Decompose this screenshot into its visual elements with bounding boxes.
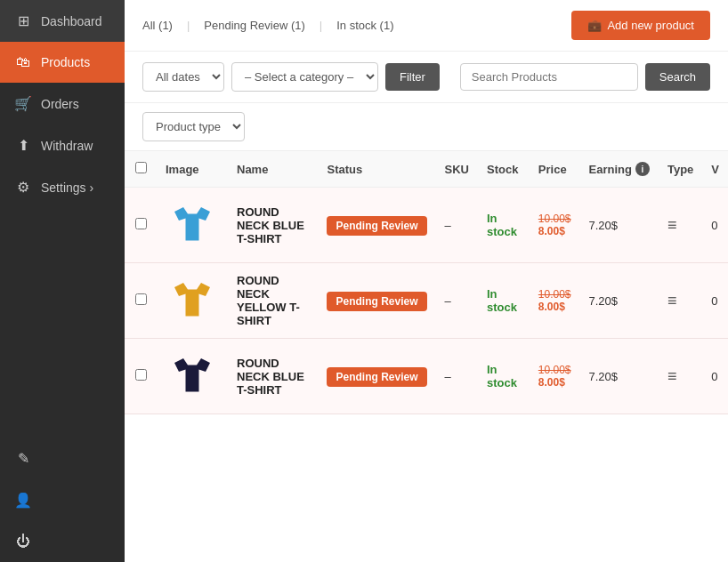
stock-value-2: In stock <box>487 363 517 389</box>
row-name-cell: ROUND NECK YELLOW T-SHIRT <box>228 263 318 339</box>
sidebar-item-products[interactable]: 🛍 Products <box>0 42 125 83</box>
table-row: ROUND NECK BLUE T-SHIRT Pending Review –… <box>125 339 728 414</box>
table-row: ROUND NECK BLUE T-SHIRT Pending Review –… <box>125 188 728 263</box>
row-sku-cell: – <box>436 263 478 339</box>
row-type-cell: ≡ <box>659 188 702 263</box>
row-checkbox-0[interactable] <box>135 218 147 229</box>
sidebar-item-orders[interactable]: 🛒 Orders <box>0 83 125 124</box>
type-icon-2[interactable]: ≡ <box>667 367 677 385</box>
row-sku-cell: – <box>436 188 478 263</box>
th-price: Price <box>530 151 580 188</box>
row-v-cell: 0 <box>702 263 728 339</box>
row-checkbox-1[interactable] <box>135 293 147 305</box>
page-header: All (1) | Pending Review (1) | In stock … <box>125 0 728 52</box>
date-filter[interactable]: All dates <box>142 62 224 92</box>
products-icon: 🛍 <box>14 54 32 70</box>
v-value-1: 0 <box>711 294 717 308</box>
orders-icon: 🛒 <box>14 95 32 112</box>
svg-marker-2 <box>174 358 210 392</box>
sidebar-item-user[interactable]: 👤 <box>0 479 125 521</box>
product-name-2: ROUND NECK BLUE T-SHIRT <box>237 357 304 397</box>
row-price-cell: 10.00$ 8.00$ <box>530 339 580 414</box>
sidebar-item-withdraw[interactable]: ⬆ Withdraw <box>0 124 125 166</box>
product-image-1 <box>166 274 219 327</box>
status-badge-2: Pending Review <box>327 367 426 387</box>
earning-value-2: 7.20$ <box>589 370 619 383</box>
th-status: Status <box>318 151 435 188</box>
row-image-cell <box>157 339 228 414</box>
product-image-2 <box>166 349 219 403</box>
row-v-cell: 0 <box>702 339 728 414</box>
row-stock-cell: In stock <box>478 339 530 414</box>
price-sale-2: 8.00$ <box>538 376 571 389</box>
row-image-cell <box>157 188 228 263</box>
price-container-1: 10.00$ 8.00$ <box>538 288 571 313</box>
sku-value-0: – <box>445 219 451 232</box>
svg-marker-1 <box>174 283 210 317</box>
sidebar-item-label: Products <box>41 55 90 69</box>
sku-value-2: – <box>445 370 451 383</box>
row-earning-cell: 7.20$ <box>580 339 659 414</box>
stock-value-1: In stock <box>487 287 517 314</box>
category-filter[interactable]: – Select a category – <box>231 62 378 92</box>
type-icon-0[interactable]: ≡ <box>667 216 677 234</box>
user-icon: 👤 <box>14 492 32 509</box>
search-button[interactable]: Search <box>645 63 710 91</box>
row-stock-cell: In stock <box>478 263 530 339</box>
main-content: All (1) | Pending Review (1) | In stock … <box>125 0 728 562</box>
products-table-wrapper: Image Name Status SKU Stock Price Earnin… <box>125 151 728 562</box>
withdraw-icon: ⬆ <box>14 137 32 154</box>
tab-all[interactable]: All (1) <box>142 19 173 32</box>
th-stock: Stock <box>478 151 530 188</box>
products-table: Image Name Status SKU Stock Price Earnin… <box>125 151 728 414</box>
sidebar-item-dashboard[interactable]: ⊞ Dashboard <box>0 0 125 42</box>
sidebar-item-label: Withdraw <box>41 139 93 153</box>
status-badge-1: Pending Review <box>327 292 426 311</box>
tab-pending-review[interactable]: Pending Review (1) <box>204 19 304 32</box>
table-row: ROUND NECK YELLOW T-SHIRT Pending Review… <box>125 263 728 339</box>
type-icon-1[interactable]: ≡ <box>667 292 677 309</box>
row-price-cell: 10.00$ 8.00$ <box>530 263 580 339</box>
product-type-row: Product type <box>125 103 728 151</box>
row-earning-cell: 7.20$ <box>580 263 659 339</box>
price-original-1: 10.00$ <box>538 288 571 301</box>
status-badge-0: Pending Review <box>327 216 426 236</box>
row-checkbox-cell <box>125 263 157 339</box>
filters-row: All dates – Select a category – Filter S… <box>125 52 728 103</box>
select-all-checkbox[interactable] <box>135 162 147 173</box>
price-sale-1: 8.00$ <box>538 301 571 313</box>
price-container-0: 10.00$ 8.00$ <box>538 213 571 237</box>
product-image-0 <box>166 198 219 252</box>
product-type-select[interactable]: Product type <box>142 112 245 141</box>
row-status-cell: Pending Review <box>318 339 435 414</box>
row-status-cell: Pending Review <box>318 188 435 263</box>
sidebar-item-settings[interactable]: ⚙ Settings › <box>0 166 125 208</box>
v-value-0: 0 <box>711 219 717 232</box>
svg-marker-0 <box>174 207 210 241</box>
th-type: Type <box>659 151 702 188</box>
earning-info-icon[interactable]: i <box>635 162 650 176</box>
th-name: Name <box>228 151 318 188</box>
filter-button[interactable]: Filter <box>385 63 440 91</box>
header-tabs: All (1) | Pending Review (1) | In stock … <box>142 19 393 32</box>
briefcase-icon: 💼 <box>587 19 602 32</box>
sidebar-item-label: Settings › <box>41 181 93 195</box>
sidebar-item-edit[interactable]: ✎ <box>0 438 125 479</box>
row-checkbox-cell <box>125 339 157 414</box>
row-earning-cell: 7.20$ <box>580 188 659 263</box>
search-input[interactable] <box>460 63 638 91</box>
add-new-product-button[interactable]: 💼 Add new product <box>571 11 710 40</box>
price-sale-0: 8.00$ <box>538 225 571 237</box>
row-name-cell: ROUND NECK BLUE T-SHIRT <box>228 339 318 414</box>
price-original-0: 10.00$ <box>538 213 571 225</box>
row-checkbox-cell <box>125 188 157 263</box>
sidebar-item-power[interactable]: ⏻ <box>0 521 125 562</box>
dashboard-icon: ⊞ <box>14 12 32 29</box>
row-type-cell: ≡ <box>659 263 702 339</box>
row-checkbox-2[interactable] <box>135 369 147 381</box>
row-stock-cell: In stock <box>478 188 530 263</box>
th-sku: SKU <box>436 151 478 188</box>
table-header-row: Image Name Status SKU Stock Price Earnin… <box>125 151 728 188</box>
tab-in-stock[interactable]: In stock (1) <box>336 19 393 32</box>
row-image-cell <box>157 263 228 339</box>
